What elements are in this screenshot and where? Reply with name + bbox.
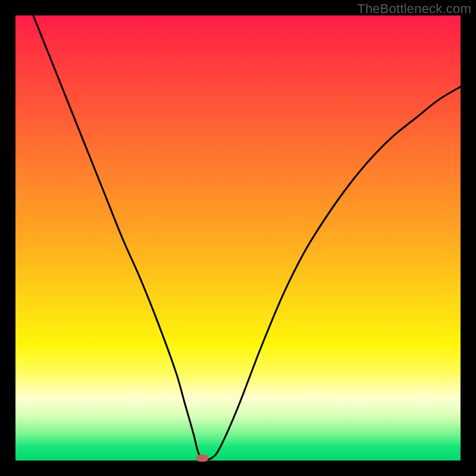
chart-frame: TheBottleneck.com bbox=[0, 0, 476, 476]
watermark-text: TheBottleneck.com bbox=[357, 1, 471, 17]
optimum-marker bbox=[196, 455, 208, 462]
bottleneck-curve bbox=[15, 15, 461, 461]
plot-area bbox=[15, 15, 461, 461]
